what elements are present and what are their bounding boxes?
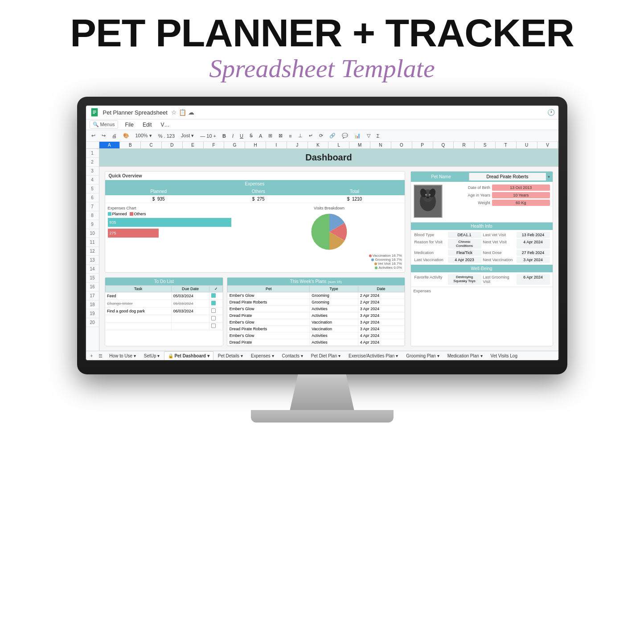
undo-btn[interactable]: ↩	[90, 132, 97, 139]
print-btn[interactable]: 🖨	[110, 132, 119, 139]
col-e[interactable]: E	[183, 142, 204, 148]
todo-table: Task Due Date ✓ Feed	[105, 285, 223, 330]
todo-row-1: Feed 05/03/2024	[105, 292, 223, 300]
tab-setup[interactable]: SetUp ▾	[140, 352, 164, 360]
wellbeing-header: Well-Being	[411, 265, 553, 272]
monitor-body: Pet Planner Spreadsheet ☆ 📋 ☁ 🕐 🔍 Menus …	[77, 97, 567, 374]
pie-chart-svg	[309, 212, 349, 252]
tab-how-to-use[interactable]: How to Use ▾	[106, 352, 139, 360]
age-label: Age in Years	[446, 193, 491, 197]
function-btn[interactable]: Σ	[375, 132, 381, 139]
tab-pet-details[interactable]: Pet Details ▾	[214, 352, 246, 360]
filter-btn[interactable]: ▽	[365, 132, 372, 139]
col-s[interactable]: S	[475, 142, 496, 148]
tab-expenses[interactable]: Expenses ▾	[247, 352, 278, 360]
size-btn[interactable]: — 10 +	[198, 132, 218, 139]
checkbox-unchecked-4	[211, 316, 216, 320]
comment-btn[interactable]: 💬	[340, 132, 350, 139]
borders-btn[interactable]: ⊞	[267, 132, 274, 139]
reason-label: Reason for Visit	[414, 239, 447, 249]
tab-pet-dashboard[interactable]: 🔒 Pet Dashboard ▾	[164, 351, 213, 360]
sheets-menubar: 🔍 Menus File Edit V…	[86, 119, 558, 130]
next-vacc-label: Next Vaccination	[482, 257, 516, 263]
col-m[interactable]: M	[349, 142, 370, 148]
bar-others: 275	[108, 229, 159, 238]
menu-edit[interactable]: Edit	[141, 121, 154, 129]
todo-task-1: Feed	[105, 292, 171, 300]
menu-view[interactable]: V…	[159, 121, 172, 129]
row-num-9: 9	[86, 220, 99, 229]
bold-btn[interactable]: B	[221, 132, 228, 139]
plan-date-1: 2 Apr 2024	[358, 292, 404, 299]
zoom-btn[interactable]: 100% ▾	[134, 132, 154, 139]
col-v[interactable]: V	[537, 142, 558, 148]
plan-row-5: Ember's Glow Vaccination 3 Apr 2024	[228, 319, 404, 326]
wellbeing-grid: Favorite Activity Destroying Squeaky Toy…	[411, 272, 553, 287]
col-k[interactable]: K	[308, 142, 329, 148]
dropdown-arrow[interactable]: ▾	[548, 174, 550, 179]
age-row: Age in Years 10 Years	[446, 192, 550, 198]
col-r[interactable]: R	[454, 142, 475, 148]
plan-pet-2: Dread Pirate Roberts	[228, 299, 310, 306]
planned-dot	[108, 212, 111, 216]
add-sheet-btn[interactable]: +	[88, 352, 96, 360]
row-num-7: 7	[86, 202, 99, 211]
merge-btn[interactable]: ⊠	[277, 132, 284, 139]
col-h[interactable]: H	[245, 142, 266, 148]
col-a[interactable]: A	[99, 142, 120, 148]
col-i[interactable]: I	[266, 142, 287, 148]
format-btn[interactable]: % . 123	[156, 132, 176, 139]
font-btn[interactable]: Jost ▾	[179, 132, 196, 139]
sheets-ui: Pet Planner Spreadsheet ☆ 📋 ☁ 🕐 🔍 Menus …	[86, 106, 558, 360]
plan-type-6: Vaccination	[310, 326, 358, 332]
tab-contacts[interactable]: Contacts ▾	[279, 352, 307, 360]
plan-date-8: 4 Apr 2024	[358, 339, 404, 346]
plan-row-6: Dread Pirate Roberts Vaccination 3 Apr 2…	[228, 326, 404, 332]
pet-name-label: Pet Name	[414, 173, 469, 180]
valign-btn[interactable]: ⊥	[296, 132, 304, 139]
strikethrough-btn[interactable]: S̶	[248, 132, 254, 139]
col-g[interactable]: G	[224, 142, 245, 148]
col-t[interactable]: T	[496, 142, 517, 148]
legend-others: Others	[130, 212, 146, 216]
reason-value: ChronicConditions	[448, 239, 481, 249]
tab-medication-plan[interactable]: Medication Plan ▾	[444, 352, 486, 360]
sheets-toolbar: ↩ ↪ 🖨 🎨 100% ▾ % . 123 Jost ▾ — 10 + B I…	[86, 130, 558, 142]
col-c[interactable]: C	[141, 142, 162, 148]
link-btn[interactable]: 🔗	[328, 132, 337, 139]
sheet-menu-btn[interactable]: ☰	[96, 352, 105, 360]
col-b[interactable]: B	[120, 142, 141, 148]
col-f[interactable]: F	[204, 142, 225, 148]
italic-btn[interactable]: I	[230, 132, 235, 139]
col-q[interactable]: Q	[433, 142, 454, 148]
chart-btn[interactable]: 📊	[353, 132, 362, 139]
col-n[interactable]: N	[370, 142, 391, 148]
redo-btn[interactable]: ↪	[100, 132, 107, 139]
checkbox-unchecked-5	[211, 324, 216, 328]
wrap-btn[interactable]: ↵	[307, 132, 315, 139]
underline-btn[interactable]: U	[238, 132, 245, 139]
col-l[interactable]: L	[328, 142, 349, 148]
tab-pet-diet-plan[interactable]: Pet Diet Plan ▾	[308, 352, 344, 360]
health-section-header: Health Info	[411, 222, 553, 230]
bar-chart-area: Expenses Chart Planned	[108, 206, 253, 270]
col-o[interactable]: O	[391, 142, 412, 148]
paintformat-btn[interactable]: 🎨	[121, 132, 131, 139]
search-menus[interactable]: 🔍 Menus	[90, 120, 118, 129]
monitor-screen: Pet Planner Spreadsheet ☆ 📋 ☁ 🕐 🔍 Menus …	[85, 105, 559, 361]
align-btn[interactable]: ≡	[287, 132, 293, 139]
col-j[interactable]: J	[287, 142, 308, 148]
col-p[interactable]: P	[412, 142, 433, 148]
col-u[interactable]: U	[517, 142, 537, 148]
todo-task-3: Find a good dog park	[105, 308, 171, 315]
tab-vet-visits-log[interactable]: Vet Visits Log	[487, 352, 521, 360]
menu-file[interactable]: File	[123, 121, 135, 129]
tab-grooming-plan[interactable]: Grooming Plan ▾	[402, 352, 443, 360]
col-d[interactable]: D	[162, 142, 183, 148]
pie-legend-vaccination: Vaccination 16.7%	[257, 254, 402, 258]
main-title: PET PLANNER + TRACKER	[0, 13, 644, 53]
rotate-btn[interactable]: ⟳	[317, 132, 325, 139]
plan-pet-3: Ember's Glow	[228, 306, 310, 312]
color-btn[interactable]: A	[257, 132, 264, 139]
tab-exercise-plan[interactable]: Exercise/Activities Plan ▾	[345, 352, 402, 360]
